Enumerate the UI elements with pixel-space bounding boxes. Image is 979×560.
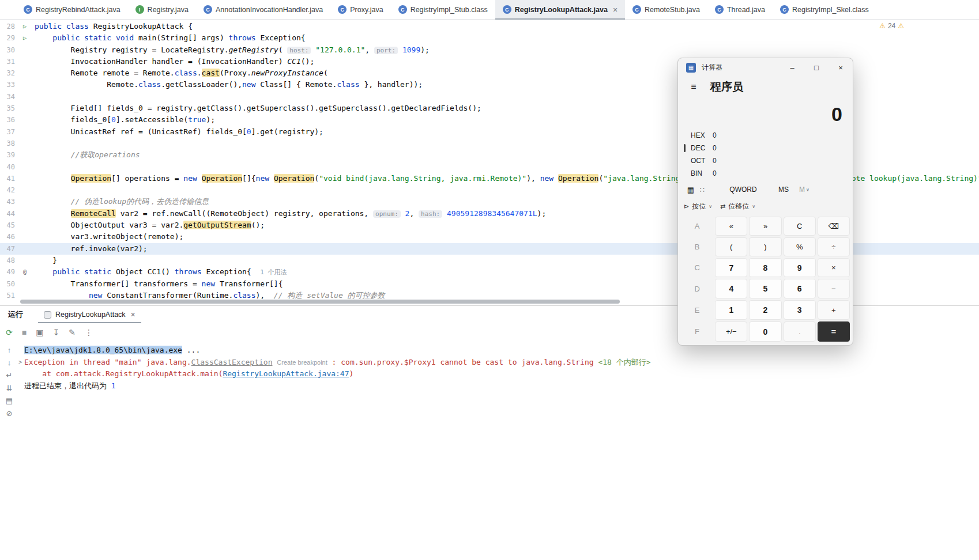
soft-wrap-icon[interactable]: ↵ <box>6 372 13 379</box>
calc-key-digit-3[interactable]: 3 <box>784 300 816 320</box>
import-icon[interactable]: ↧ <box>52 328 59 337</box>
editor-horizontal-scrollbar[interactable] <box>20 300 620 304</box>
close-button[interactable]: × <box>829 58 853 77</box>
tab-label: Thread.java <box>727 6 765 14</box>
calc-key-divide[interactable]: ÷ <box>818 237 850 256</box>
code-token: class <box>138 80 161 89</box>
gutter-spacer <box>15 184 35 196</box>
calc-key-plus-minus[interactable]: +/− <box>715 321 747 342</box>
bit-keypad-toggle-icon[interactable]: ∷ <box>696 186 708 194</box>
edit-icon[interactable]: ✎ <box>69 328 76 337</box>
code-token: ( <box>314 174 319 183</box>
console-line: >Exception in thread "main" java.lang.Cl… <box>18 357 979 369</box>
calc-key-close-paren[interactable]: ) <box>749 237 781 256</box>
tab-RegistryImpl_Stub.class[interactable]: CRegistryImpl_Stub.class <box>391 0 495 19</box>
more-icon[interactable]: ⋮ <box>85 328 93 337</box>
class-file-icon: C <box>204 5 212 14</box>
calculator-window: ▦ 计算器 – □ × ≡ 程序员 0 HEX0DEC0OCT0BIN0 ▦ ∷… <box>677 58 853 346</box>
run-gutter-icon[interactable]: ▷ <box>15 32 35 44</box>
scroll-to-end-icon[interactable]: ⇊ <box>6 384 13 392</box>
rerun-icon[interactable]: ⟳ <box>6 328 13 337</box>
bitwise-toggle[interactable]: ⊳按位∨ <box>684 202 712 211</box>
inspections-widget[interactable]: ⚠ 24 ⚠ <box>879 22 904 30</box>
calc-key-digit-6[interactable]: 6 <box>784 279 816 298</box>
calc-key-digit-5[interactable]: 5 <box>749 279 781 298</box>
calc-key-clear[interactable]: C <box>784 217 816 236</box>
calc-key-digit-8[interactable]: 8 <box>749 258 781 278</box>
console-segment: at com.attack.RegistryLookupAttack.main( <box>24 369 223 378</box>
radix-value-bin: 0 <box>713 169 717 177</box>
calc-key-equals[interactable]: = <box>818 321 850 342</box>
tab-RegistryRebindAttack.java[interactable]: CRegistryRebindAttack.java <box>16 0 128 19</box>
minimize-button[interactable]: – <box>780 58 804 77</box>
calc-key-digit-4[interactable]: 4 <box>715 279 747 298</box>
tab-RegistryImpl_Skel.class[interactable]: CRegistryImpl_Skel.class <box>773 0 876 19</box>
calc-key-shift-right[interactable]: » <box>749 217 781 236</box>
console-line: at com.attack.RegistryLookupAttack.main(… <box>18 368 979 380</box>
line-number: 36 <box>0 114 15 126</box>
tab-AnnotationInvocationHandler.java[interactable]: CAnnotationInvocationHandler.java <box>196 0 330 19</box>
run-tab-close-icon[interactable]: × <box>131 310 135 319</box>
tab-RemoteStub.java[interactable]: CRemoteStub.java <box>625 0 707 19</box>
code-token <box>35 291 89 300</box>
radix-row-oct[interactable]: OCT0 <box>680 154 850 167</box>
tab-Proxy.java[interactable]: CProxy.java <box>330 0 390 19</box>
memory-store-button[interactable]: MS <box>778 186 789 194</box>
code-token: throws <box>175 267 206 276</box>
console-segment: Exception in thread "main" java.lang. <box>24 358 191 366</box>
calc-key-digit-1[interactable]: 1 <box>715 300 747 320</box>
full-keypad-toggle-icon[interactable]: ▦ <box>685 186 696 194</box>
calc-key-digit-9[interactable]: 9 <box>784 258 816 278</box>
calc-key-digit-7[interactable]: 7 <box>715 258 747 278</box>
code-line-28[interactable]: 28▷public class RegistryLookupAttack { <box>0 21 979 32</box>
calc-key-digit-0[interactable]: 0 <box>749 321 781 342</box>
gutter-spacer <box>15 243 35 255</box>
fold-arrow-icon[interactable]: > <box>18 357 24 369</box>
maximize-button[interactable]: □ <box>804 58 829 77</box>
word-size-button[interactable]: QWORD <box>729 186 758 194</box>
calc-key-shift-left[interactable]: « <box>715 217 747 236</box>
calc-key-minus[interactable]: − <box>818 279 850 298</box>
tab-label: RegistryRebindAttack.java <box>36 6 121 14</box>
calculator-titlebar[interactable]: ▦ 计算器 – □ × <box>678 58 853 77</box>
radix-row-dec[interactable]: DEC0 <box>680 142 850 154</box>
line-number: 41 <box>0 173 15 184</box>
code-token: 1 个用法 <box>260 268 287 276</box>
calc-key-multiply[interactable]: × <box>818 258 850 278</box>
code-line-30[interactable]: 30 Registry registry = LocateRegistry.ge… <box>0 44 979 56</box>
gutter-spacer <box>15 196 35 207</box>
calc-key-digit-2[interactable]: 2 <box>749 300 781 320</box>
scroll-to-bottom-icon[interactable]: ↓ <box>7 359 12 366</box>
code-token: new <box>183 174 201 183</box>
tab-close-icon[interactable]: × <box>613 5 617 14</box>
code-line-29[interactable]: 29▷ public static void main(String[] arg… <box>0 32 979 44</box>
calc-key-percent[interactable]: % <box>784 237 816 256</box>
run-tab[interactable]: RegistryLookupAttack × <box>38 306 141 323</box>
tab-Thread.java[interactable]: CThread.java <box>707 0 773 19</box>
thread-dump-icon[interactable]: ▣ <box>36 328 43 337</box>
scroll-to-top-icon[interactable]: ↑ <box>7 346 12 354</box>
print-icon[interactable]: ▤ <box>6 397 13 404</box>
editor-tab-bar: CRegistryRebindAttack.javaIRegistry.java… <box>0 0 979 20</box>
console-output[interactable]: E:\ev\java\jdk1.8.0_65\bin\java.exe ...>… <box>18 342 979 559</box>
code-token: ), <box>256 291 274 300</box>
class-file-icon: C <box>780 5 789 14</box>
tab-Registry.java[interactable]: IRegistry.java <box>128 0 196 19</box>
bitshift-toggle[interactable]: ⇄位移位∨ <box>720 202 755 211</box>
calculator-app-icon: ▦ <box>686 63 696 73</box>
run-gutter-icon[interactable]: ▷ <box>15 21 35 32</box>
tab-RegistryLookupAttack.java[interactable]: CRegistryLookupAttack.java× <box>495 0 625 19</box>
radix-row-hex[interactable]: HEX0 <box>680 129 850 142</box>
calc-key-backspace[interactable]: ⌫ <box>818 217 850 236</box>
usages-gutter-icon[interactable]: @ <box>15 266 35 278</box>
menu-icon[interactable]: ≡ <box>685 79 702 95</box>
memory-menu-button[interactable]: M ∨ <box>799 186 809 194</box>
stop-icon[interactable]: ■ <box>22 328 27 337</box>
code-token: ref.invoke(var2); <box>35 244 148 253</box>
clear-all-icon[interactable]: ⊘ <box>6 410 13 417</box>
code-token: Field[] fields_0 = registry.getClass().g… <box>35 104 481 112</box>
code-token: CC1 <box>287 57 300 66</box>
calc-key-open-paren[interactable]: ( <box>715 237 747 256</box>
calc-key-plus[interactable]: + <box>818 300 850 320</box>
radix-row-bin[interactable]: BIN0 <box>680 167 850 180</box>
